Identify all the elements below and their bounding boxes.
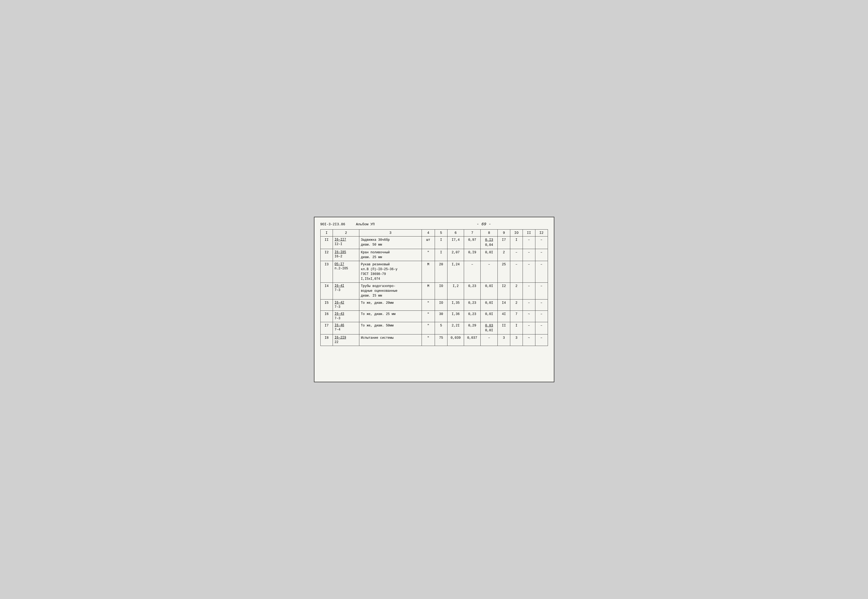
col-header-3: 3: [359, 230, 421, 236]
cell-col6: 2,2I: [447, 322, 464, 334]
cell-col6: 2,07: [447, 249, 464, 261]
cell-ref: I6–2I922: [333, 334, 359, 346]
cell-col7: 0,29: [464, 322, 481, 334]
cell-ref: I6–I85I6–2: [333, 249, 359, 261]
cell-unit: ": [421, 334, 435, 346]
cell-row-num: I6: [320, 311, 333, 322]
cell-col12: –: [535, 261, 548, 282]
cell-col12: –: [535, 236, 548, 249]
cell-description: Испытание системы: [359, 334, 421, 346]
table-row: I8I6–2I922Испытание системы"750,0390,037…: [320, 334, 548, 346]
cell-row-num: I4: [320, 282, 333, 299]
cell-unit: ": [421, 249, 435, 261]
cell-col10: I: [510, 322, 523, 334]
cell-unit: М: [421, 261, 435, 282]
cell-row-num: I3: [320, 261, 333, 282]
cell-col6: I,24: [447, 261, 464, 282]
cell-col7: 0,037: [464, 334, 481, 346]
cell-col11: –: [522, 322, 535, 334]
cell-col11: –: [522, 249, 535, 261]
cell-description: То же, диам. 50мм: [359, 322, 421, 334]
cell-col12: –: [535, 311, 548, 322]
cell-description: Трубы водогазопро- водные оцинкованные д…: [359, 282, 421, 299]
cell-col8: –: [481, 261, 498, 282]
cell-description: Рукав резиновый кл.В (П)–IO–25–36–у ГОСТ…: [359, 261, 421, 282]
cell-ref: I6–467–4: [333, 322, 359, 334]
table-row: I5I6–427–3То же, диам. 20мм"IOI,350,230,…: [320, 299, 548, 311]
cell-col9: 3: [498, 334, 510, 346]
cell-col10: –: [510, 261, 523, 282]
cell-col10: 3: [510, 334, 523, 346]
cell-col12: –: [535, 322, 548, 334]
document-page: 9OI-3-2I3.86 Альбом УП - 69 - I 2 3 4 5 …: [314, 217, 554, 382]
cell-ref: I6–427–3: [333, 299, 359, 311]
cell-col10: I: [510, 236, 523, 249]
main-table: I 2 3 4 5 6 7 8 9 IO II I2 III6–II7I2–IЗ…: [320, 229, 548, 346]
cell-col9: 25: [498, 261, 510, 282]
table-row: I4I6–4I7–3Трубы водогазопро- водные оцин…: [320, 282, 548, 299]
cell-col12: –: [535, 249, 548, 261]
cell-col9: I7: [498, 236, 510, 249]
table-row: I2I6–I85I6–2Кран поливочный диам. 25 мм"…: [320, 249, 548, 261]
album-title: Альбом УП: [356, 222, 420, 226]
col-header-10: IO: [510, 230, 523, 236]
cell-col6: I,35: [447, 299, 464, 311]
cell-ref: I6–4I7–3: [333, 282, 359, 299]
cell-col8: –: [481, 334, 498, 346]
cell-qty: 20: [435, 261, 447, 282]
col-header-9: 9: [498, 230, 510, 236]
cell-ref: I6–437–3: [333, 311, 359, 322]
cell-col7: 0,I9: [464, 249, 481, 261]
col-header-8: 8: [481, 230, 498, 236]
cell-unit: ": [421, 299, 435, 311]
cell-col8: 0,030,0I: [481, 322, 498, 334]
cell-qty: 75: [435, 334, 447, 346]
cell-col8: 0,0I: [481, 311, 498, 322]
cell-qty: IO: [435, 282, 447, 299]
cell-col6: I,2: [447, 282, 464, 299]
cell-col9: I4: [498, 299, 510, 311]
cell-col11: –: [522, 261, 535, 282]
cell-col11: ~: [522, 334, 535, 346]
cell-description: Задвижка 30ч6бр диам. 50 мм: [359, 236, 421, 249]
cell-col7: 0,23: [464, 311, 481, 322]
cell-row-num: II: [320, 236, 333, 249]
cell-qty: I: [435, 249, 447, 261]
cell-col9: I2: [498, 282, 510, 299]
cell-col7: 0,23: [464, 282, 481, 299]
col-header-4: 4: [421, 230, 435, 236]
cell-col12: –: [535, 282, 548, 299]
cell-unit: ": [421, 322, 435, 334]
cell-qty: 30: [435, 311, 447, 322]
col-header-2: 2: [333, 230, 359, 236]
cell-col8: 0,0I: [481, 282, 498, 299]
cell-col10: 2: [510, 282, 523, 299]
cell-col9: 2: [498, 249, 510, 261]
cell-qty: 5: [435, 322, 447, 334]
cell-col7: 0,23: [464, 299, 481, 311]
col-header-1: I: [320, 230, 333, 236]
cell-col7: –: [464, 261, 481, 282]
cell-description: То же, диам. 25 мм: [359, 311, 421, 322]
cell-col8: 0,0I: [481, 299, 498, 311]
cell-unit: шт: [421, 236, 435, 249]
cell-col10: 2: [510, 299, 523, 311]
col-header-11: II: [522, 230, 535, 236]
cell-col10: –: [510, 249, 523, 261]
table-header-row: I 2 3 4 5 6 7 8 9 IO II I2: [320, 230, 548, 236]
cell-col8: 0,0I: [481, 249, 498, 261]
cell-ref: I6–II7I2–I: [333, 236, 359, 249]
cell-col10: 7: [510, 311, 523, 322]
cell-col8: 0,I30,04: [481, 236, 498, 249]
cell-row-num: I8: [320, 334, 333, 346]
page-header: 9OI-3-2I3.86 Альбом УП - 69 -: [320, 222, 548, 227]
cell-col9: II: [498, 322, 510, 334]
col-header-7: 7: [464, 230, 481, 236]
cell-qty: I: [435, 236, 447, 249]
table-row: I3O5–I7п.2–IO5Рукав резиновый кл.В (П)–I…: [320, 261, 548, 282]
cell-description: То же, диам. 20мм: [359, 299, 421, 311]
doc-number: 9OI-3-2I3.86: [320, 222, 346, 226]
cell-qty: IO: [435, 299, 447, 311]
cell-col11: –: [522, 299, 535, 311]
cell-col6: I7,4: [447, 236, 464, 249]
